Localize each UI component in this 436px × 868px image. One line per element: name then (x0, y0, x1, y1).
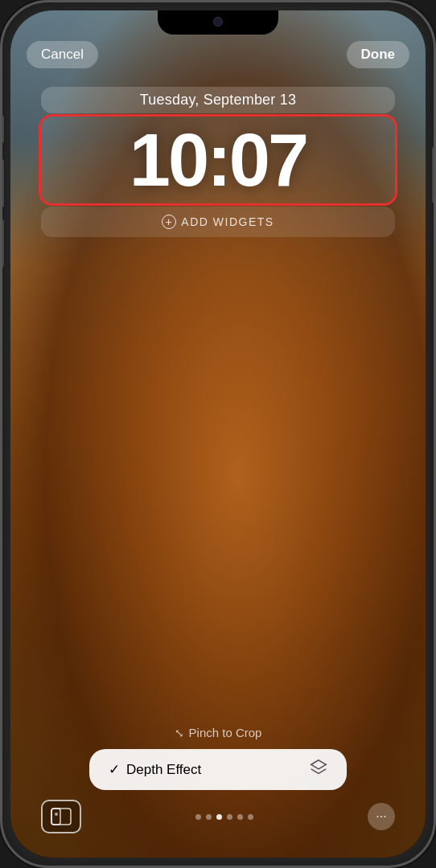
depth-effect-button[interactable]: ✓ Depth Effect (89, 749, 347, 790)
bottom-controls: ⤡ Pinch to Crop ✓ Depth Effect (10, 726, 426, 833)
add-widgets-label: ADD WIDGETS (181, 215, 274, 228)
pinch-to-crop-hint: ⤡ Pinch to Crop (175, 726, 262, 739)
svg-point-3 (55, 813, 58, 816)
add-widgets-button[interactable]: + ADD WIDGETS (41, 207, 395, 237)
mute-button[interactable] (0, 115, 4, 143)
top-controls-bar: Cancel Done (10, 41, 426, 68)
bottom-row: ··· (25, 800, 411, 833)
ellipsis-icon: ··· (376, 809, 386, 824)
dot-2 (206, 814, 212, 820)
phone-frame: Cancel Done Tuesday, September 13 10:07 … (0, 0, 436, 868)
dot-6 (248, 814, 253, 820)
notch (158, 10, 278, 35)
photo-gallery-button[interactable] (41, 800, 81, 833)
volume-down-button[interactable] (0, 219, 4, 268)
dot-4 (227, 814, 232, 820)
front-camera (213, 17, 223, 27)
depth-effect-left-group: ✓ Depth Effect (109, 761, 201, 778)
more-options-button[interactable]: ··· (368, 803, 395, 830)
page-dots (195, 814, 253, 820)
svg-marker-0 (311, 760, 326, 769)
checkmark-icon: ✓ (109, 761, 120, 778)
done-button[interactable]: Done (347, 41, 410, 68)
phone-screen: Cancel Done Tuesday, September 13 10:07 … (10, 10, 426, 858)
dot-1 (195, 814, 201, 820)
depth-effect-label: Depth Effect (126, 762, 201, 778)
dot-5 (237, 814, 243, 820)
pinch-to-crop-label: Pinch to Crop (189, 726, 262, 739)
time-container[interactable]: 10:07 (41, 117, 395, 203)
svg-rect-2 (51, 809, 60, 825)
date-display[interactable]: Tuesday, September 13 (41, 87, 395, 113)
dot-3 (216, 814, 222, 820)
lock-screen-content: Tuesday, September 13 10:07 + ADD WIDGET… (10, 87, 426, 237)
volume-up-button[interactable] (0, 159, 4, 207)
plus-circle-icon: + (162, 215, 176, 229)
cancel-button[interactable]: Cancel (27, 41, 98, 68)
crop-icon: ⤡ (175, 727, 184, 739)
time-display: 10:07 (54, 123, 382, 197)
layers-icon (310, 759, 327, 780)
power-button[interactable] (432, 147, 436, 203)
svg-rect-1 (51, 809, 71, 825)
